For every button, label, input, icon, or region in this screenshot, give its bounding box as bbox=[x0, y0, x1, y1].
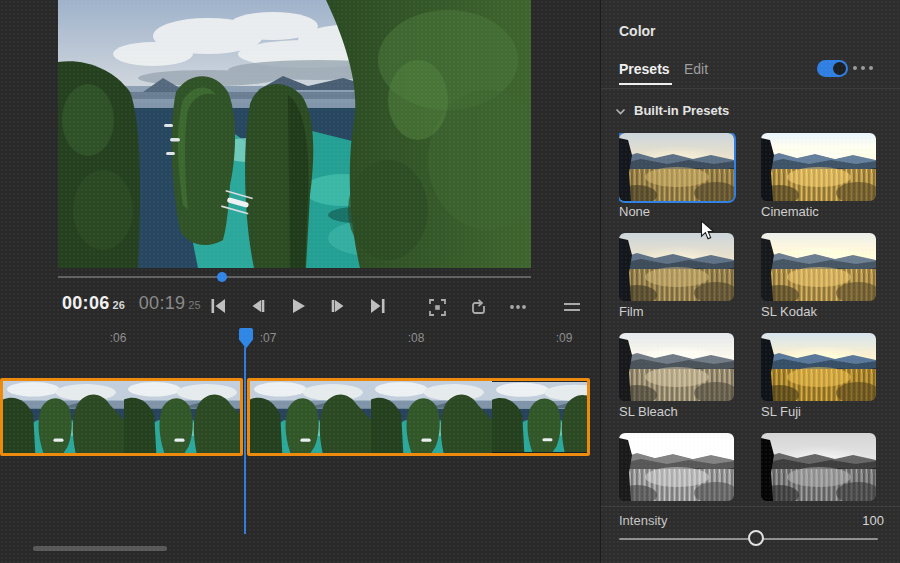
preset-cinematic[interactable]: Cinematic bbox=[761, 133, 876, 221]
step-back-frame-button[interactable] bbox=[238, 292, 278, 320]
toggle-knob bbox=[833, 62, 846, 75]
clip-frame bbox=[3, 381, 124, 453]
color-enabled-toggle[interactable] bbox=[817, 60, 848, 77]
preset-bw-2[interactable] bbox=[761, 433, 876, 506]
preset-film-thumbnail[interactable] bbox=[619, 233, 734, 301]
preset-sl-fuji[interactable]: SL Fuji bbox=[761, 333, 876, 421]
section-header-label: Built-in Presets bbox=[634, 103, 729, 118]
video-preview[interactable] bbox=[58, 0, 531, 268]
loop-icon bbox=[469, 298, 488, 317]
preset-bw-1[interactable] bbox=[619, 433, 734, 506]
fit-to-screen-button[interactable] bbox=[424, 294, 450, 320]
color-panel: Color Presets Edit Built-in Presets None… bbox=[600, 0, 900, 563]
more-dot bbox=[853, 66, 857, 70]
ruler-tick-07[interactable]: :07 bbox=[260, 331, 277, 345]
scrubber-track[interactable] bbox=[58, 276, 531, 278]
app-window: 00:062600:1925 bbox=[0, 0, 900, 563]
step-back-frame-icon bbox=[248, 296, 268, 316]
current-time: 00:06 bbox=[62, 293, 110, 313]
preset-label: SL Bleach bbox=[619, 404, 734, 420]
playhead-icon bbox=[239, 328, 253, 349]
step-forward-frame-button[interactable] bbox=[318, 292, 358, 320]
tab-presets[interactable]: Presets bbox=[619, 61, 670, 77]
builtin-presets-section-header[interactable]: Built-in Presets bbox=[601, 100, 900, 122]
preset-cinematic-thumbnail[interactable] bbox=[761, 133, 876, 201]
preset-sl-kodak[interactable]: SL Kodak bbox=[761, 233, 876, 321]
preset-bw-1-thumbnail[interactable] bbox=[619, 433, 734, 501]
chevron-down-icon bbox=[615, 105, 626, 120]
skip-to-start-button[interactable] bbox=[198, 292, 238, 320]
more-dot bbox=[869, 66, 873, 70]
skip-to-end-button[interactable] bbox=[358, 292, 398, 320]
play-icon bbox=[288, 296, 308, 316]
preset-none-thumbnail[interactable] bbox=[619, 133, 734, 201]
clip-frame bbox=[124, 381, 243, 453]
current-frames: 26 bbox=[113, 299, 125, 311]
menu-lines-icon bbox=[562, 297, 582, 317]
fit-to-screen-icon bbox=[428, 298, 447, 317]
skip-to-start-icon bbox=[208, 296, 228, 316]
preset-bw-2-thumbnail[interactable] bbox=[761, 433, 876, 501]
preview-scrubber[interactable] bbox=[58, 271, 531, 283]
intensity-section: Intensity 100 bbox=[601, 506, 900, 563]
total-time: 00:19 bbox=[139, 293, 186, 313]
preset-none[interactable]: None bbox=[619, 133, 734, 221]
intensity-value: 100 bbox=[862, 513, 884, 528]
preset-film[interactable]: Film bbox=[619, 233, 734, 321]
timecode-display: 00:062600:1925 bbox=[62, 293, 201, 314]
preset-sl-fuji-thumbnail[interactable] bbox=[761, 333, 876, 401]
tab-edit[interactable]: Edit bbox=[684, 61, 708, 77]
clip-frame bbox=[492, 381, 590, 453]
preset-sl-kodak-thumbnail[interactable] bbox=[761, 233, 876, 301]
preset-label: None bbox=[619, 204, 734, 220]
preset-sl-bleach-thumbnail[interactable] bbox=[619, 333, 734, 401]
timeline-clip-2[interactable] bbox=[247, 378, 590, 456]
player-menu-button[interactable] bbox=[559, 294, 585, 320]
more-dot bbox=[861, 66, 865, 70]
playhead-handle[interactable] bbox=[239, 328, 253, 353]
play-button[interactable] bbox=[278, 292, 318, 320]
player-more-options-button[interactable] bbox=[505, 294, 531, 320]
preset-label: SL Fuji bbox=[761, 404, 876, 420]
transport-controls bbox=[198, 292, 398, 320]
lagoon-scene-image bbox=[58, 0, 531, 268]
active-tab-underline bbox=[619, 83, 672, 85]
loop-button[interactable] bbox=[465, 294, 491, 320]
preset-label: Film bbox=[619, 304, 734, 320]
preset-label: SL Kodak bbox=[761, 304, 876, 320]
timeline-clip-1[interactable] bbox=[0, 378, 243, 456]
panel-more-options-button[interactable] bbox=[853, 66, 873, 70]
timeline-horizontal-scrollbar[interactable] bbox=[33, 546, 167, 551]
preset-sl-bleach[interactable]: SL Bleach bbox=[619, 333, 734, 421]
intensity-label: Intensity bbox=[619, 513, 667, 528]
panel-title: Color bbox=[619, 23, 656, 39]
clip-frame bbox=[250, 381, 371, 453]
preset-label: Cinematic bbox=[761, 204, 876, 220]
ruler-tick-08[interactable]: :08 bbox=[408, 331, 425, 345]
step-forward-frame-icon bbox=[328, 296, 348, 316]
scrubber-handle[interactable] bbox=[217, 272, 227, 282]
skip-to-end-icon bbox=[368, 296, 388, 316]
preset-grid: None Cinematic Film SL Kodak SL Bleach S… bbox=[619, 133, 876, 506]
intensity-slider-handle[interactable] bbox=[748, 530, 764, 546]
playhead-line bbox=[244, 347, 246, 534]
ruler-tick-06[interactable]: :06 bbox=[110, 331, 127, 345]
more-options-icon bbox=[508, 297, 528, 317]
tabs-divider bbox=[601, 88, 900, 89]
ruler-tick-09[interactable]: :09 bbox=[556, 331, 573, 345]
clip-frame bbox=[371, 381, 492, 453]
